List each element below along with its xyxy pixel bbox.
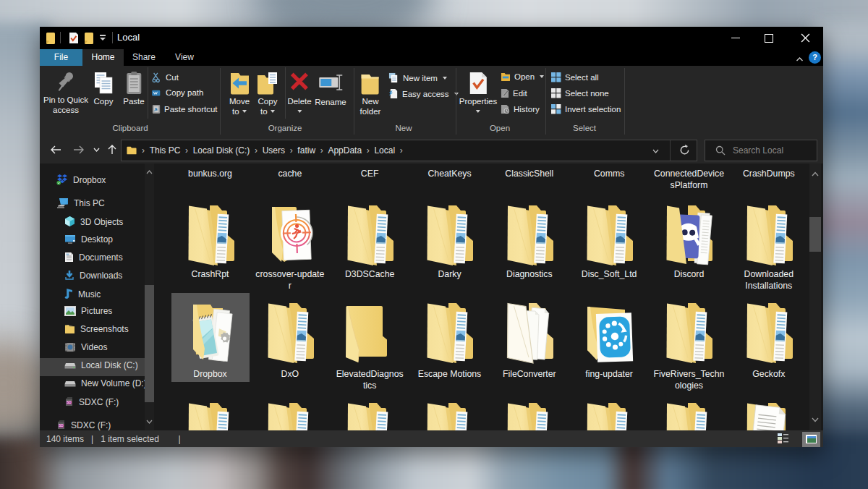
svg-text:SD: SD — [59, 424, 64, 428]
svg-text:SD: SD — [67, 401, 72, 404]
